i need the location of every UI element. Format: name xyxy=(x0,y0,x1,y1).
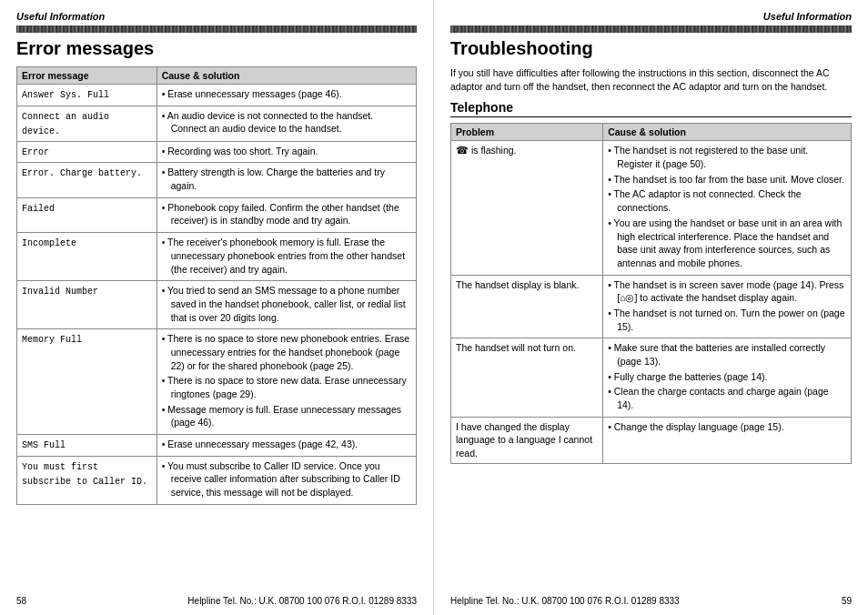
left-section-title: Error messages xyxy=(16,38,417,59)
error-message-cell: Error. Charge battery. xyxy=(17,163,157,197)
table-row: ☎ is flashing.The handset is not registe… xyxy=(451,141,852,275)
error-message-cell: Incomplete xyxy=(17,233,157,281)
error-message-cell: Invalid Number xyxy=(17,281,157,329)
error-cause-col-header: Cause & solution xyxy=(156,67,416,85)
left-header-bar xyxy=(16,25,417,33)
left-page-number: 58 xyxy=(16,596,26,606)
table-row: I have changed the display language to a… xyxy=(451,417,852,463)
error-message-cell: Connect an audio device. xyxy=(17,106,157,141)
cause-col-header: Cause & solution xyxy=(603,124,852,141)
right-footer: Helpline Tel. No.: U.K. 08700 100 076 R.… xyxy=(450,596,852,606)
list-item: There is no space to store new phonebook… xyxy=(162,332,411,372)
error-cause-cell: An audio device is not connected to the … xyxy=(156,106,416,141)
error-cause-cell: There is no space to store new phonebook… xyxy=(156,329,416,435)
cause-cell: Make sure that the batteries are install… xyxy=(603,338,852,417)
problem-cell: I have changed the display language to a… xyxy=(451,417,603,463)
list-item: Erase unnecessary messages (page 42, 43)… xyxy=(162,438,411,451)
error-cause-cell: Phonebook copy failed. Confirm the other… xyxy=(156,197,416,232)
error-messages-table: Error message Cause & solution Answer Sy… xyxy=(16,66,417,505)
error-cause-cell: You must subscribe to Caller ID service.… xyxy=(156,456,416,504)
table-row: Connect an audio device.An audio device … xyxy=(17,106,417,141)
table-row: Invalid NumberYou tried to send an SMS m… xyxy=(17,281,417,329)
table-row: SMS FullErase unnecessary messages (page… xyxy=(17,435,417,457)
list-item: There is no space to store new data. Era… xyxy=(162,374,411,400)
list-item: Make sure that the batteries are install… xyxy=(608,341,846,368)
problem-cell: ☎ is flashing. xyxy=(451,141,603,275)
table-row: Error. Charge battery.Battery strength i… xyxy=(17,163,417,197)
error-message-cell: You must first subscribe to Caller ID. xyxy=(17,456,157,504)
right-helpline: Helpline Tel. No.: U.K. 08700 100 076 R.… xyxy=(450,596,680,606)
list-item: The handset is not turned on. Turn the p… xyxy=(608,307,846,333)
cause-cell: The handset is not registered to the bas… xyxy=(603,141,852,275)
error-message-cell: Memory Full xyxy=(17,329,157,435)
list-item: Fully charge the batteries (page 14). xyxy=(608,370,846,384)
problem-col-header: Problem xyxy=(451,124,603,141)
problem-cell: The handset will not turn on. xyxy=(451,338,603,417)
list-item: The handset is in screen saver mode (pag… xyxy=(608,278,846,305)
right-header: Useful Information xyxy=(450,11,852,22)
left-footer: 58 Helpline Tel. No.: U.K. 08700 100 076… xyxy=(16,596,417,606)
list-item: Erase unnecessary messages (page 46). xyxy=(162,87,411,101)
right-section-title: Troubleshooting xyxy=(450,38,852,59)
table-row: Answer Sys. FullErase unnecessary messag… xyxy=(17,85,417,106)
right-page: Useful Information Troubleshooting If yo… xyxy=(434,0,868,615)
telephone-section-header: Telephone xyxy=(450,100,852,117)
left-header: Useful Information xyxy=(16,11,417,22)
cause-cell: The handset is in screen saver mode (pag… xyxy=(603,275,852,338)
list-item: You are using the handset or base unit i… xyxy=(608,217,846,270)
error-cause-cell: Battery strength is low. Charge the batt… xyxy=(156,163,416,197)
error-message-cell: Failed xyxy=(17,197,157,232)
table-row: ErrorRecording was too short. Try again. xyxy=(17,141,417,163)
list-item: The receiver's phonebook memory is full.… xyxy=(162,236,411,276)
list-item: The AC adaptor is not connected. Check t… xyxy=(608,187,846,214)
left-page: Useful Information Error messages Error … xyxy=(0,0,434,615)
left-helpline: Helpline Tel. No.: U.K. 08700 100 076 R.… xyxy=(187,596,417,606)
list-item: Battery strength is low. Charge the batt… xyxy=(162,166,411,192)
error-cause-cell: The receiver's phonebook memory is full.… xyxy=(156,233,416,281)
list-item: Recording was too short. Try again. xyxy=(162,145,411,158)
error-cause-cell: Erase unnecessary messages (page 42, 43)… xyxy=(156,435,416,457)
table-row: The handset display is blank.The handset… xyxy=(451,275,852,338)
table-row: FailedPhonebook copy failed. Confirm the… xyxy=(17,197,417,232)
list-item: Change the display language (page 15). xyxy=(608,420,846,434)
error-message-cell: Error xyxy=(17,141,157,163)
error-msg-col-header: Error message xyxy=(17,67,157,85)
error-cause-cell: You tried to send an SMS message to a ph… xyxy=(156,281,416,329)
list-item: Phonebook copy failed. Confirm the other… xyxy=(162,201,411,227)
list-item: Clean the charge contacts and charge aga… xyxy=(608,385,846,411)
error-message-cell: Answer Sys. Full xyxy=(17,85,157,106)
troubleshooting-table: Problem Cause & solution ☎ is flashing.T… xyxy=(450,123,852,463)
problem-cell: The handset display is blank. xyxy=(451,275,603,338)
list-item: You tried to send an SMS message to a ph… xyxy=(162,284,411,324)
list-item: Message memory is full. Erase unnecessar… xyxy=(162,403,411,429)
right-header-bar xyxy=(450,25,852,33)
list-item: The handset is too far from the base uni… xyxy=(608,173,846,187)
error-message-cell: SMS Full xyxy=(17,435,157,457)
table-row: You must first subscribe to Caller ID.Yo… xyxy=(17,456,417,504)
list-item: The handset is not registered to the bas… xyxy=(608,144,846,170)
list-item: You must subscribe to Caller ID service.… xyxy=(162,459,411,499)
right-page-number: 59 xyxy=(842,596,852,606)
list-item: An audio device is not connected to the … xyxy=(162,109,411,136)
table-row: IncompleteThe receiver's phonebook memor… xyxy=(17,233,417,281)
cause-cell: Change the display language (page 15). xyxy=(603,417,852,463)
table-row: The handset will not turn on.Make sure t… xyxy=(451,338,852,417)
error-cause-cell: Erase unnecessary messages (page 46). xyxy=(156,85,416,106)
right-intro: If you still have difficulties after fol… xyxy=(450,66,852,93)
error-cause-cell: Recording was too short. Try again. xyxy=(156,141,416,163)
table-row: Memory FullThere is no space to store ne… xyxy=(17,329,417,435)
